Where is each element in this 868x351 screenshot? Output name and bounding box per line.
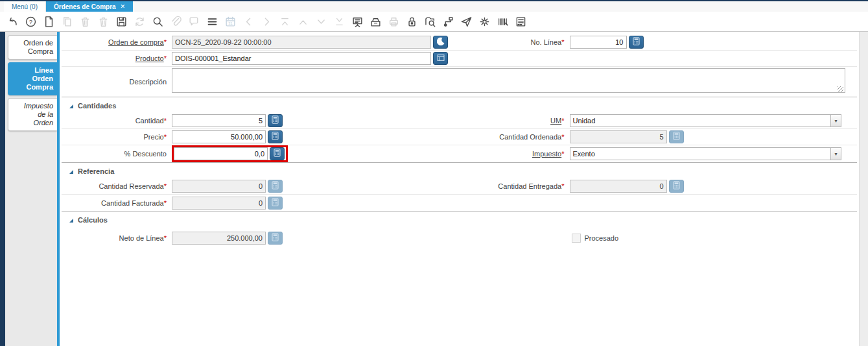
close-icon[interactable]: ✕ — [121, 4, 126, 10]
last-record-button — [333, 15, 346, 28]
cantidad-ordenada-field[interactable] — [570, 130, 667, 143]
calculator-icon — [272, 181, 279, 191]
cantidad-facturada-field[interactable] — [172, 197, 266, 210]
descuento-label: % Descuento — [62, 150, 172, 158]
cantidad-facturada-calculator-button — [268, 197, 283, 210]
resize-handle-icon[interactable] — [838, 86, 843, 92]
scrollbar-track[interactable] — [859, 32, 868, 346]
orden-compra-field[interactable] — [172, 36, 431, 49]
report-icon — [351, 16, 364, 28]
no-linea-calculator-button[interactable] — [629, 36, 644, 49]
window-report-button[interactable] — [514, 15, 527, 28]
help-icon: ? — [25, 16, 37, 28]
previous-record-button — [242, 15, 255, 28]
last-icon — [333, 16, 346, 28]
first-record-button — [278, 15, 291, 28]
first-icon — [279, 16, 291, 28]
cantidad-reservada-calculator-button — [268, 180, 283, 193]
cantidad-label: Cantidad* — [62, 117, 172, 125]
neto-linea-field[interactable] — [172, 232, 266, 245]
row-reservada-entregada: Cantidad Reservada* Cantidad Entregada* — [62, 178, 857, 195]
refresh-button — [133, 15, 146, 28]
cantidad-ordenada-label: Cantidad Ordenada* — [460, 133, 570, 141]
parent-record-button — [296, 15, 309, 28]
grid-icon — [206, 16, 218, 28]
cantidad-facturada-label: Cantidad Facturada* — [62, 199, 172, 207]
share-button[interactable] — [460, 15, 473, 28]
producto-search-button[interactable] — [433, 52, 448, 65]
undo-icon — [6, 16, 19, 28]
gear-icon — [478, 16, 491, 28]
precio-calculator-button[interactable] — [268, 130, 283, 143]
procesado-checkbox[interactable] — [572, 234, 581, 243]
calendar-button: 31 — [224, 15, 237, 28]
calculator-icon — [272, 115, 279, 126]
report-button[interactable] — [351, 15, 364, 28]
next-icon — [261, 16, 273, 28]
row-descripcion: Descripción — [62, 67, 857, 97]
find-icon — [152, 16, 164, 28]
calculator-icon — [673, 181, 680, 191]
um-field[interactable] — [570, 114, 831, 127]
producto-label: Producto* — [62, 54, 172, 62]
neto-linea-calculator-button — [268, 232, 283, 245]
descuento-calculator-button[interactable] — [270, 147, 285, 160]
collapse-triangle-icon — [69, 219, 73, 223]
tab-menu[interactable]: Menú (0) — [4, 1, 46, 12]
toolbar: ?31 — [0, 12, 868, 32]
archive-button[interactable] — [369, 15, 382, 28]
cantidad-calculator-button[interactable] — [268, 114, 283, 127]
producto-field[interactable] — [172, 52, 431, 65]
row-precio-ordenada: Precio* Cantidad Ordenada* — [62, 129, 857, 145]
section-cantidades[interactable]: Cantidades — [62, 97, 857, 113]
tab-label: Órdenes de Compra — [54, 3, 116, 10]
impuesto-dropdown-button[interactable]: ▾ — [830, 147, 841, 160]
sidebar-tab-impuesto-de-la-orden[interactable]: Impuesto de la Orden — [8, 98, 57, 131]
window-tabbar: Menú (0) Órdenes de Compra ✕ — [0, 1, 868, 12]
lock-icon — [406, 16, 418, 28]
impuesto-field[interactable] — [570, 147, 831, 160]
new-record-button[interactable] — [42, 15, 55, 28]
save-button[interactable] — [115, 15, 128, 28]
sidebar-tab-línea-orden-compra[interactable]: Línea Orden Compra — [8, 62, 57, 95]
svg-text:31: 31 — [228, 21, 232, 25]
um-dropdown-button[interactable]: ▾ — [830, 114, 841, 127]
cantidad-reservada-field[interactable] — [172, 180, 266, 193]
sidebar-tab-orden-de-compra[interactable]: Orden de Compra — [8, 35, 57, 60]
preferences-button[interactable] — [478, 15, 491, 28]
chat-button — [187, 15, 200, 28]
chevron-down-icon: ▾ — [834, 151, 837, 157]
window-left-border — [0, 32, 5, 346]
undo-button[interactable] — [6, 15, 19, 28]
barcode-icon — [497, 16, 509, 28]
no-linea-field[interactable] — [570, 36, 627, 49]
barcode-button[interactable] — [496, 15, 509, 28]
section-referencia[interactable]: Referencia — [62, 162, 857, 178]
cantidad-field[interactable] — [172, 114, 266, 127]
grid-toggle-button[interactable] — [205, 15, 218, 28]
workflow-button[interactable] — [441, 15, 454, 28]
product-grid-icon — [437, 54, 445, 64]
down-icon — [315, 16, 327, 28]
cantidad-entregada-field[interactable] — [570, 180, 667, 193]
orden-compra-zoom-button[interactable] — [433, 36, 448, 49]
section-calculos[interactable]: Cálculos — [62, 211, 857, 227]
workflow-icon — [442, 16, 454, 28]
descripcion-field[interactable] — [172, 68, 845, 93]
tab-ordenes-de-compra[interactable]: Órdenes de Compra ✕ — [46, 1, 133, 12]
descuento-field[interactable] — [174, 147, 268, 160]
chat-icon — [188, 16, 200, 28]
detail-record-button — [314, 15, 327, 28]
calculator-icon — [272, 132, 279, 142]
zoom-across-button[interactable] — [423, 15, 436, 28]
precio-field[interactable] — [172, 130, 266, 143]
send-icon — [460, 16, 473, 28]
copy-record-button — [60, 15, 73, 28]
delete-record-button — [78, 15, 91, 28]
calculator-icon — [272, 198, 279, 208]
find-button[interactable] — [151, 15, 164, 28]
crescent-icon — [437, 37, 445, 48]
help-button[interactable]: ? — [24, 15, 37, 28]
um-combobox: ▾ — [570, 114, 842, 127]
lock-button[interactable] — [405, 15, 418, 28]
